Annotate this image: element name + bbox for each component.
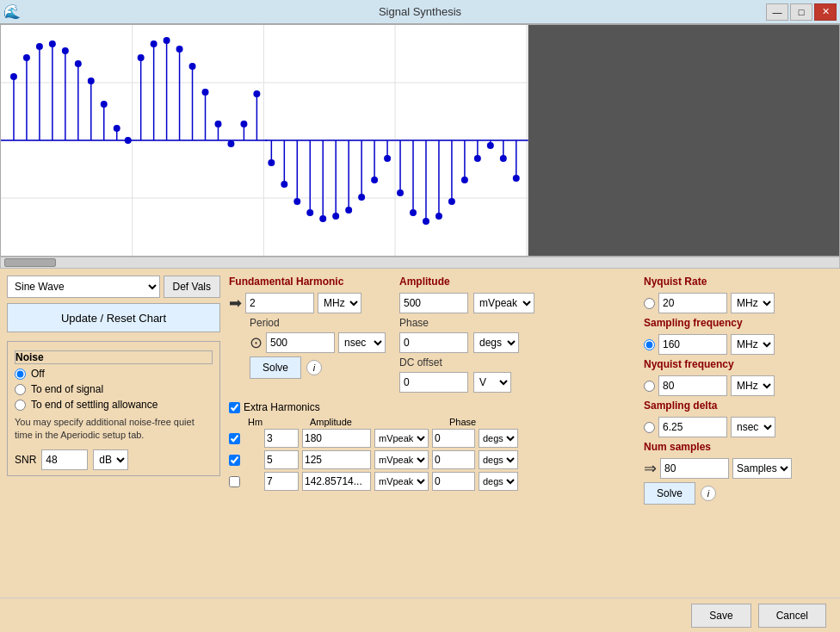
harm-2-unit-select[interactable]: mVpeak [374,450,429,469]
period-input[interactable] [266,332,335,353]
right-info-icon[interactable]: i [701,486,716,501]
def-vals-button[interactable]: Def Vals [164,276,220,298]
harm-2-phase-input[interactable] [432,450,475,469]
harm-1-amp-input[interactable] [302,429,371,448]
amplitude-unit-select[interactable]: mVpeakVpeakmVrmsVrms [473,293,534,313]
close-button[interactable]: ✕ [814,3,837,21]
nyquist-freq-unit-select[interactable]: MHzkHz [731,375,775,396]
svg-point-76 [332,213,339,220]
svg-point-83 [423,218,429,225]
save-button[interactable]: Save [691,604,750,628]
svg-point-84 [435,213,442,220]
extra-harmonics-header: Extra Harmonics [229,401,635,413]
svg-point-89 [500,155,507,162]
main-content: Sine Wave Def Vals Update / Reset Chart … [0,269,840,632]
dc-offset-input[interactable] [399,372,468,393]
minimize-button[interactable]: — [766,3,788,21]
wave-type-row: Sine Wave Def Vals [7,276,220,298]
nyquist-rate-input[interactable] [658,293,727,313]
solve-button[interactable]: Solve [250,356,301,379]
noise-group-label: Noise [15,350,213,364]
freq-unit-select[interactable]: MHzkHzHz [318,293,361,313]
svg-point-48 [240,121,247,127]
harm-3-phase-unit-select[interactable]: degs [479,472,518,491]
phase-input[interactable] [399,332,468,353]
svg-point-71 [268,159,275,166]
chart-scrollbar[interactable] [0,257,840,269]
harm-1-phase-input[interactable] [432,429,475,448]
sampling-delta-input[interactable] [658,417,727,437]
snr-label: SNR [15,454,36,466]
harm-2-amp-input[interactable] [302,450,371,469]
nyquist-rate-unit-select[interactable]: MHzkHz [731,293,775,313]
snr-input[interactable] [41,449,88,470]
nyquist-rate-radio[interactable] [644,298,655,309]
phase-unit-select[interactable]: degsrads [473,332,519,353]
harm-3-checkbox[interactable] [229,476,240,487]
cancel-button[interactable]: Cancel [758,604,826,628]
extra-harmonics-section: Extra Harmonics Hm Amplitude Phase mVpea… [229,401,635,493]
harm-1-phase-unit-select[interactable]: degs [479,429,518,448]
sampling-freq-unit-select[interactable]: MHzkHz [731,334,775,355]
fund-amp-area: Fundamental Harmonic ➡ MHzkHzHz Period ⊙… [229,276,635,393]
noise-end-signal-radio[interactable] [15,384,26,395]
update-reset-button[interactable]: Update / Reset Chart [7,303,220,332]
svg-point-41 [151,40,158,47]
period-unit-select[interactable]: nsecusecmsec [338,332,386,353]
dc-offset-unit-select[interactable]: VmV [473,372,511,393]
nyquist-freq-input[interactable] [658,375,727,396]
harm-3-amp-input[interactable] [302,472,371,491]
sampling-freq-input[interactable] [658,334,727,355]
harm-1-checkbox[interactable] [229,433,240,444]
harm-row-2: mVpeak degs [229,450,635,469]
window-controls: — □ ✕ [766,3,837,21]
noise-end-settling-label: To end of settling allowance [31,399,158,411]
extra-harmonics-checkbox[interactable] [229,402,240,413]
amplitude-col-header: Amplitude [310,417,379,427]
num-samples-unit-select[interactable]: Samples [732,458,792,479]
right-solve-row: Solve i [644,482,833,505]
num-samples-title: Num samples [644,441,833,453]
svg-point-35 [75,60,82,67]
svg-point-43 [176,46,183,53]
sampling-delta-radio[interactable] [644,422,655,433]
harm-3-phase-input[interactable] [432,472,475,491]
wave-type-select[interactable]: Sine Wave [7,276,160,298]
nyquist-freq-radio[interactable] [644,381,655,392]
noise-end-signal-row: To end of signal [15,383,213,395]
freq-input[interactable] [245,293,314,313]
num-samples-arrow-icon: ⇒ [644,459,657,478]
noise-end-settling-row: To end of settling allowance [15,399,213,411]
svg-point-80 [384,155,391,162]
harm-2-checkbox[interactable] [229,455,240,466]
noise-end-settling-radio[interactable] [15,400,26,411]
bottom-bar: Save Cancel [0,598,840,632]
sampling-delta-title: Sampling delta [644,400,833,412]
scrollbar-thumb[interactable] [4,258,56,267]
waveform-chart [1,25,839,256]
svg-point-86 [461,177,468,183]
left-panel: Sine Wave Def Vals Update / Reset Chart … [7,276,220,625]
svg-point-45 [202,89,209,96]
amplitude-input[interactable] [399,293,468,313]
info-icon[interactable]: i [306,360,322,375]
nyquist-rate-row: MHzkHz [644,293,833,313]
extra-harmonics-label: Extra Harmonics [244,401,320,413]
harm-1-hm-input[interactable] [264,429,299,448]
sampling-delta-unit-select[interactable]: nsecusec [731,417,775,437]
harm-2-phase-unit-select[interactable]: degs [479,450,518,469]
phase-row: degsrads [399,332,534,353]
noise-off-radio[interactable] [15,369,26,380]
harm-3-unit-select[interactable]: mVpeak [374,472,429,491]
sampling-freq-title: Sampling frequency [644,317,833,329]
harm-1-unit-select[interactable]: mVpeak [374,429,429,448]
sampling-freq-radio[interactable] [644,339,655,350]
right-solve-button[interactable]: Solve [644,482,695,505]
window-title: Signal Synthesis [379,5,461,18]
num-samples-input[interactable] [660,458,729,479]
snr-unit-select[interactable]: dB [93,449,128,470]
solve-row: Solve i [229,356,386,379]
maximize-button[interactable]: □ [790,3,812,21]
harm-3-hm-input[interactable] [264,472,299,491]
harm-2-hm-input[interactable] [264,450,299,469]
